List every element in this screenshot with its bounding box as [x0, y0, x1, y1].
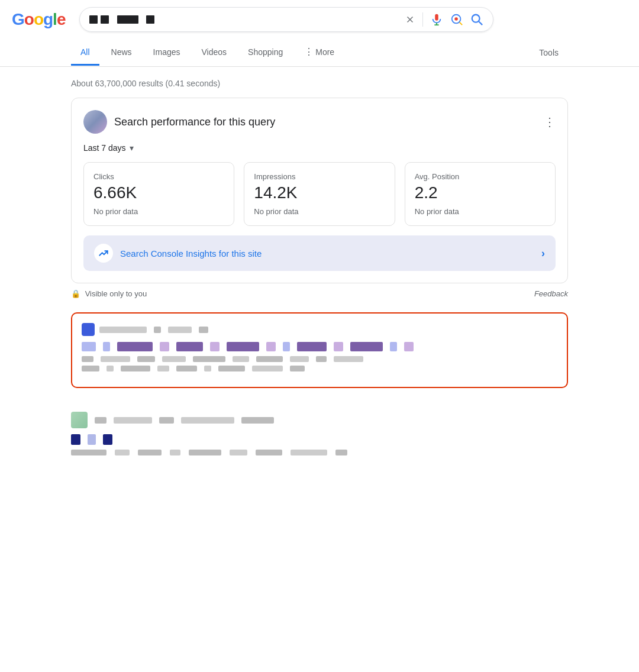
result-desc-row-1: [82, 356, 557, 362]
site-favicon-2: [71, 412, 88, 428]
desc-block-3: [137, 356, 155, 362]
clicks-value: 6.66K: [93, 183, 224, 202]
metric-impressions: Impressions 14.2K No prior data: [244, 162, 395, 226]
options-menu-icon[interactable]: ⋮: [544, 115, 556, 129]
desc2-block-7: [218, 366, 245, 371]
tab-shopping[interactable]: Shopping: [238, 40, 292, 66]
result-card-highlighted: [71, 312, 568, 388]
perf-title: Search performance for this query: [114, 116, 275, 128]
trending-up-icon: [98, 248, 109, 259]
result-card-2: [71, 402, 568, 469]
result2-link-block-1: [71, 434, 80, 445]
tab-tools[interactable]: Tools: [530, 41, 568, 64]
result2-desc1-block-4: [170, 450, 180, 455]
desc-block-5: [193, 356, 225, 362]
result2-site-row: [71, 412, 568, 428]
link-block-12: [350, 342, 383, 351]
result2-desc1-block-7: [256, 450, 282, 455]
link-block-7: [227, 342, 259, 351]
desc2-block-9: [290, 366, 305, 371]
query-pixel-2: [101, 15, 109, 24]
avg-position-value: 2.2: [415, 183, 546, 202]
date-filter[interactable]: Last 7 days ▾: [83, 143, 556, 153]
insights-text: Search Console Insights for this site: [120, 248, 262, 259]
tab-images[interactable]: Images: [144, 40, 190, 66]
desc-block-1: [82, 356, 93, 362]
svg-line-7: [479, 21, 483, 25]
desc2-block-6: [204, 366, 211, 371]
avg-position-note: No prior data: [415, 207, 546, 216]
divider: [422, 12, 423, 27]
search-bar[interactable]: [79, 7, 493, 32]
tab-all[interactable]: All: [71, 40, 99, 66]
lens-icon[interactable]: [450, 13, 463, 26]
avg-position-label: Avg. Position: [415, 172, 546, 181]
result2-desc1-block-8: [291, 450, 327, 455]
result2-link-block-2: [88, 434, 96, 445]
perf-header: Search performance for this query ⋮: [83, 110, 556, 134]
desc2-block-1: [82, 366, 99, 371]
result-item-1: [71, 312, 568, 388]
desc2-block-5: [176, 366, 197, 371]
result2-desc1-block-2: [115, 450, 130, 455]
result2-link-block-3: [103, 434, 112, 445]
mic-icon[interactable]: [430, 13, 443, 26]
result-site-row: [82, 323, 557, 336]
desc-block-10: [334, 356, 363, 362]
perf-body: Last 7 days ▾ Clicks 6.66K No prior data…: [83, 143, 556, 271]
link-block-10: [297, 342, 327, 351]
search-icon[interactable]: [470, 13, 483, 26]
more-dots-icon: ⋮: [304, 46, 314, 57]
visible-note-left: 🔒 Visible only to you: [71, 289, 147, 298]
link-block-11: [334, 342, 343, 351]
result2-desc1-block-6: [230, 450, 247, 455]
clear-icon[interactable]: [405, 14, 415, 25]
clicks-note: No prior data: [93, 207, 224, 216]
link-block-14: [404, 342, 414, 351]
result-desc-row-2: [82, 366, 557, 371]
result2-link-row: [71, 434, 568, 445]
insights-icon: [94, 244, 113, 263]
metrics-row: Clicks 6.66K No prior data Impressions 1…: [83, 162, 556, 226]
link-block-3: [117, 342, 153, 351]
desc-block-8: [290, 356, 309, 362]
tab-videos[interactable]: Videos: [192, 40, 237, 66]
result2-site-block-5: [241, 417, 274, 424]
svg-point-4: [455, 17, 459, 20]
query-pixel-1: [89, 15, 98, 24]
link-block-2: [103, 342, 110, 351]
desc2-block-3: [121, 366, 150, 371]
search-icons: [405, 12, 483, 27]
insights-link[interactable]: Search Console Insights for this site ›: [83, 235, 556, 271]
search-input-area: [89, 15, 399, 24]
site-extra-block2: [199, 327, 208, 333]
desc2-block-4: [157, 366, 169, 371]
desc-block-9: [316, 356, 327, 362]
header: Google: [0, 0, 639, 39]
result2-site-block-4: [181, 417, 234, 424]
result2-desc1-block-1: [71, 450, 106, 455]
svg-point-6: [472, 15, 480, 22]
result2-desc1-block-3: [138, 450, 162, 455]
desc-block-7: [256, 356, 283, 362]
google-logo: Google: [12, 10, 65, 29]
feedback-link[interactable]: Feedback: [534, 289, 568, 298]
performance-card: Search performance for this query ⋮ Last…: [71, 98, 568, 283]
desc-block-6: [233, 356, 249, 362]
query-pixel-sep: [112, 15, 114, 24]
tab-more[interactable]: ⋮ More: [295, 39, 344, 66]
desc2-block-2: [106, 366, 114, 371]
result2-site-block-3: [159, 417, 174, 424]
impressions-label: Impressions: [254, 172, 385, 181]
desc-block-2: [101, 356, 130, 362]
link-block-5: [176, 342, 203, 351]
link-block-13: [390, 342, 397, 351]
result2-desc1-block-5: [189, 450, 221, 455]
svg-rect-0: [435, 14, 439, 21]
result2-site-block-2: [114, 417, 152, 424]
link-block-4: [160, 342, 169, 351]
result2-desc1-block-9: [335, 450, 347, 455]
tab-news[interactable]: News: [102, 40, 141, 66]
result-link-row: [82, 342, 557, 351]
desc-block-4: [162, 356, 186, 362]
